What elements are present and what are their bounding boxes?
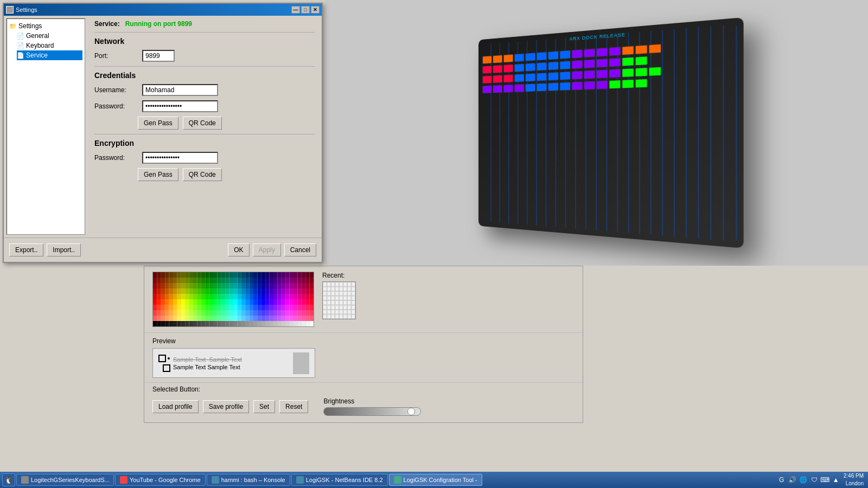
- preview-square-bottom: [163, 364, 170, 372]
- doc-icon-keyboard: 📄: [17, 42, 24, 49]
- brightness-label: Brightness: [323, 397, 421, 405]
- preview-dot: [168, 357, 170, 359]
- doc-icon-service: 📄: [17, 52, 24, 59]
- close-button[interactable]: ✕: [311, 6, 320, 14]
- qr-code-button-enc[interactable]: QR Code: [183, 168, 222, 181]
- brightness-thumb: [407, 408, 415, 415]
- export-button[interactable]: Export..: [9, 243, 43, 256]
- selected-button-section: Selected Button: Load profile Save profi…: [144, 382, 583, 419]
- tree-item-service[interactable]: 📄 Service: [17, 50, 82, 60]
- preview-sample-text-2: Sample Text Sample Text: [173, 364, 240, 370]
- username-label: Username:: [94, 86, 138, 94]
- port-label: Port:: [94, 52, 138, 60]
- window-body: 📁 Settings 📄 General 📄 Keyboard 📄 Servic…: [4, 16, 322, 237]
- credentials-section-title: Credentials: [94, 71, 315, 80]
- systray: G 🔊 🌐 🛡 ⌨ ▲: [777, 476, 840, 484]
- reset-button[interactable]: Reset: [279, 400, 308, 413]
- doc-icon-general: 📄: [17, 33, 24, 40]
- taskbar-item-3[interactable]: LogiGSK - NetBeans IDE 8.2: [291, 474, 388, 486]
- password-input-enc[interactable]: [142, 152, 218, 164]
- preview-section: Preview Sample Text Sample Text: [144, 332, 583, 382]
- load-profile-button[interactable]: Load profile: [152, 400, 199, 413]
- cancel-button[interactable]: Cancel: [284, 243, 316, 256]
- systray-icon-5[interactable]: ▲: [832, 476, 840, 484]
- tree-item-keyboard[interactable]: 📄 Keyboard: [17, 41, 82, 50]
- minimize-button[interactable]: —: [291, 6, 300, 14]
- systray-icon-2[interactable]: 🌐: [799, 476, 808, 484]
- keyboard-image: ARX DOCK RELEASE: [478, 17, 744, 248]
- tree-item-settings[interactable]: 📁 Settings: [9, 21, 82, 31]
- tree-label-service: Service: [26, 52, 48, 59]
- taskbar-item-2[interactable]: hammi : bash – Konsole: [207, 474, 290, 486]
- tree-label-general: General: [26, 32, 49, 40]
- taskbar-icon-1: [120, 476, 127, 484]
- set-button[interactable]: Set: [253, 400, 275, 413]
- gen-pass-button-enc[interactable]: Gen Pass: [138, 168, 178, 181]
- brightness-slider[interactable]: [323, 407, 421, 416]
- encryption-section-title: Encryption: [94, 139, 315, 147]
- window-icon: [6, 6, 14, 14]
- tree-label-settings: Settings: [18, 22, 42, 30]
- window-footer: Export.. Import.. OK Apply Cancel: [4, 237, 322, 262]
- gen-pass-button-cred[interactable]: Gen Pass: [138, 117, 178, 130]
- password-input-cred[interactable]: [142, 100, 218, 112]
- taskbar-icon-4: [394, 476, 401, 484]
- taskbar-icon-0: [21, 476, 29, 484]
- network-section-title: Network: [94, 37, 315, 46]
- preview-label: Preview: [152, 337, 575, 345]
- service-status: Running on port 9899: [125, 20, 192, 28]
- port-input[interactable]: [142, 50, 175, 62]
- color-picker-panel: Recent: Preview Sample Text: [144, 266, 583, 423]
- password-label-enc: Password:: [94, 154, 138, 162]
- recent-grid[interactable]: [322, 281, 356, 319]
- taskbar-icon-3: [296, 476, 304, 484]
- systray-icon-1[interactable]: 🔊: [788, 476, 797, 484]
- tree-item-general[interactable]: 📄 General: [17, 31, 82, 41]
- main-content: Service: Running on port 9899 Network Po…: [88, 16, 322, 237]
- desktop: ARX DOCK RELEASE: [0, 0, 868, 488]
- color-grid[interactable]: [152, 272, 314, 327]
- save-profile-button[interactable]: Save profile: [203, 400, 249, 413]
- password-label-cred: Password:: [94, 102, 138, 110]
- systray-icon-4[interactable]: ⌨: [821, 476, 829, 484]
- maximize-button[interactable]: □: [301, 6, 310, 14]
- recent-label: Recent:: [322, 272, 344, 279]
- tree-sidebar: 📁 Settings 📄 General 📄 Keyboard 📄 Servic…: [7, 18, 85, 235]
- apply-button[interactable]: Apply: [253, 243, 281, 256]
- window-titlebar[interactable]: Settings — □ ✕: [4, 4, 322, 16]
- username-input[interactable]: [142, 84, 218, 96]
- taskbar-item-0[interactable]: LogitechGSeriesKeyboardS...: [16, 474, 114, 486]
- keyboard-panel: ARX DOCK RELEASE: [326, 0, 868, 266]
- window-controls: — □ ✕: [291, 6, 320, 14]
- ok-button[interactable]: OK: [228, 243, 249, 256]
- taskbar-icon-2: [212, 476, 219, 484]
- import-button[interactable]: Import..: [47, 243, 81, 256]
- taskbar: 🐧 LogitechGSeriesKeyboardS... YouTube - …: [0, 472, 868, 488]
- start-button[interactable]: 🐧: [2, 473, 15, 486]
- preview-sample-text-1: Sample Text Sample Text: [173, 356, 242, 363]
- folder-icon: 📁: [9, 23, 17, 30]
- preview-square-top: [158, 355, 166, 362]
- window-title: Settings: [16, 7, 37, 13]
- systray-icon-3[interactable]: 🛡: [810, 476, 819, 484]
- tree-label-keyboard: Keyboard: [26, 42, 54, 49]
- systray-icon-g[interactable]: G: [777, 476, 786, 484]
- settings-window: Settings — □ ✕ 📁 Settings 📄 General: [3, 3, 323, 263]
- taskbar-item-1[interactable]: YouTube - Google Chrome: [115, 474, 206, 486]
- preview-box: Sample Text Sample Text Sample Text Samp…: [152, 348, 315, 378]
- taskbar-clock: 2:46 PM London: [841, 472, 866, 487]
- taskbar-item-4[interactable]: LogiGSK Configration Tool -: [389, 474, 482, 486]
- selected-button-label: Selected Button:: [152, 386, 575, 393]
- preview-color-swatch: [293, 352, 309, 374]
- qr-code-button-cred[interactable]: QR Code: [183, 117, 222, 130]
- service-label: Service:: [94, 20, 120, 28]
